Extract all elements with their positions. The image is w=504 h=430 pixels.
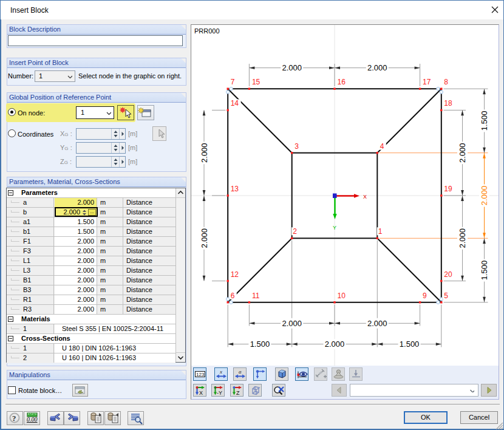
svg-text:12: 12 bbox=[231, 270, 239, 279]
svg-text:2: 2 bbox=[293, 227, 297, 236]
svg-text:Z: Z bbox=[236, 390, 240, 396]
svg-text:X: X bbox=[363, 194, 367, 200]
svg-text:1.500: 1.500 bbox=[400, 340, 420, 349]
svg-text:19: 19 bbox=[444, 185, 452, 193]
svg-text:1.500: 1.500 bbox=[250, 340, 270, 349]
svg-text:13: 13 bbox=[231, 185, 239, 193]
svg-text:6: 6 bbox=[231, 292, 235, 300]
svg-text:9: 9 bbox=[423, 292, 427, 300]
svg-text:10: 10 bbox=[338, 292, 346, 300]
svg-text:2.000: 2.000 bbox=[200, 228, 209, 248]
svg-text:2.000: 2.000 bbox=[282, 63, 302, 72]
svg-text:Y: Y bbox=[333, 225, 336, 231]
svg-text:15: 15 bbox=[252, 78, 261, 86]
svg-text:14: 14 bbox=[231, 99, 239, 108]
svg-text:1.500: 1.500 bbox=[480, 111, 489, 131]
svg-text:0.00: 0.00 bbox=[27, 416, 38, 423]
svg-text:16: 16 bbox=[338, 78, 346, 86]
svg-text:a: a bbox=[239, 369, 242, 375]
svg-text:2.000: 2.000 bbox=[458, 143, 467, 163]
svg-text:8: 8 bbox=[444, 78, 448, 86]
svg-text:5: 5 bbox=[444, 292, 448, 300]
svg-text:123: 123 bbox=[196, 372, 205, 377]
svg-text:3: 3 bbox=[295, 142, 299, 151]
svg-text:11: 11 bbox=[252, 292, 260, 300]
svg-text:-Y: -Y bbox=[217, 390, 222, 396]
svg-text:X: X bbox=[199, 390, 203, 396]
svg-text:4: 4 bbox=[380, 142, 384, 151]
svg-text:20: 20 bbox=[444, 270, 452, 279]
svg-text:7: 7 bbox=[231, 78, 235, 86]
svg-text:2.000: 2.000 bbox=[282, 319, 302, 328]
svg-text:2.000: 2.000 bbox=[367, 63, 387, 72]
svg-text:2.000: 2.000 bbox=[367, 319, 387, 328]
svg-text:PRR000: PRR000 bbox=[194, 27, 220, 35]
svg-text:?: ? bbox=[12, 414, 16, 423]
svg-text:2.000: 2.000 bbox=[458, 228, 467, 248]
svg-text:x: x bbox=[219, 369, 222, 375]
svg-text:17: 17 bbox=[423, 78, 431, 86]
svg-text:18: 18 bbox=[444, 99, 452, 108]
svg-text:1: 1 bbox=[378, 227, 383, 236]
svg-text:2.000: 2.000 bbox=[325, 340, 345, 349]
svg-text:1.500: 1.500 bbox=[480, 261, 489, 281]
svg-text:2.000: 2.000 bbox=[480, 186, 489, 206]
svg-text:2.000: 2.000 bbox=[200, 143, 209, 163]
